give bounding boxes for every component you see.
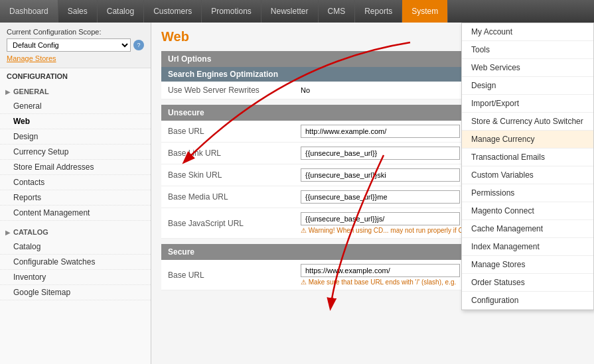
sidebar-item-store-email[interactable]: Store Email Addresses <box>0 160 151 175</box>
catalog-items: Catalog Configurable Swatches Inventory … <box>0 239 151 300</box>
sidebar-section-catalog[interactable]: ▶ CATALOG <box>0 225 151 239</box>
sidebar-item-web[interactable]: Web <box>0 114 151 129</box>
dropdown-item-index-management[interactable]: Index Management <box>462 238 593 256</box>
sidebar-item-design[interactable]: Design <box>0 129 151 145</box>
field-label: Base Link URL <box>161 143 294 164</box>
base-url-input[interactable] <box>301 125 460 138</box>
field-label: Base URL <box>161 121 294 143</box>
nav-item-newsletter[interactable]: Newsletter <box>261 0 319 23</box>
nav-item-catalog[interactable]: Catalog <box>98 0 144 23</box>
field-label: Base Skin URL <box>161 164 294 186</box>
dropdown-item-configuration[interactable]: Configuration <box>462 292 593 310</box>
sidebar-item-inventory[interactable]: Inventory <box>0 270 151 285</box>
dropdown-item-transactional-emails[interactable]: Transactional Emails <box>462 149 593 166</box>
catalog-section-title: CATALOG <box>13 228 48 236</box>
sidebar-item-config-swatches[interactable]: Configurable Swatches <box>0 255 151 270</box>
dropdown-item-magento-connect[interactable]: Magento Connect <box>462 202 593 220</box>
system-dropdown: My AccountToolsWeb ServicesDesignImport/… <box>461 23 594 310</box>
dropdown-item-manage-currency[interactable]: Manage Currency <box>462 131 593 149</box>
dropdown-item-cache-management[interactable]: Cache Management <box>462 220 593 238</box>
nav-item-system[interactable]: System <box>402 0 448 23</box>
scope-select[interactable]: Default Config <box>7 38 131 52</box>
dropdown-item-design[interactable]: Design <box>462 77 593 95</box>
nav-item-dashboard[interactable]: Dashboard <box>0 0 58 23</box>
general-section-title: GENERAL <box>13 88 49 95</box>
sidebar-item-reports[interactable]: Reports <box>0 190 151 206</box>
dropdown-item-my-account[interactable]: My Account <box>462 23 593 41</box>
sidebar-config-heading: Configuration <box>0 68 151 84</box>
general-items: General Web Design Currency Setup Store … <box>0 99 151 221</box>
warning-icon-secure: ⚠ <box>301 278 307 286</box>
scope-section: Current Configuration Scope: Default Con… <box>0 23 151 68</box>
nav-item-cms[interactable]: CMS <box>319 0 356 23</box>
base-skin-url-input[interactable] <box>301 168 460 182</box>
seo-field-value: No <box>301 86 310 94</box>
nav-item-customers[interactable]: Customers <box>144 0 202 23</box>
field-label: Base URL <box>161 260 294 290</box>
dropdown-item-manage-stores[interactable]: Manage Stores <box>462 256 593 274</box>
dropdown-item-store-&-currency-auto-switcher[interactable]: Store & Currency Auto Switcher <box>462 113 593 131</box>
dropdown-item-tools[interactable]: Tools <box>462 41 593 59</box>
dropdown-item-permissions[interactable]: Permissions <box>462 184 593 202</box>
field-label: Base Media URL <box>161 186 294 208</box>
sidebar-item-content-mgmt[interactable]: Content Management <box>0 206 151 221</box>
base-js-url-input[interactable] <box>301 212 460 225</box>
sidebar-item-currency-setup[interactable]: Currency Setup <box>0 145 151 160</box>
sidebar-item-contacts[interactable]: Contacts <box>0 175 151 190</box>
manage-stores-link[interactable]: Manage Stores <box>7 54 144 62</box>
nav-item-reports[interactable]: Reports <box>355 0 402 23</box>
scope-label: Current Configuration Scope: <box>7 28 144 36</box>
nav-item-promotions[interactable]: Promotions <box>202 0 261 23</box>
sidebar-item-google-sitemap[interactable]: Google Sitemap <box>0 285 151 300</box>
warning-icon: ⚠ <box>301 227 307 234</box>
base-link-url-input[interactable] <box>301 147 460 160</box>
dropdown-item-import/export[interactable]: Import/Export <box>462 95 593 113</box>
dropdown-item-order-statuses[interactable]: Order Statuses <box>462 274 593 292</box>
top-nav: DashboardSalesCatalogCustomersPromotions… <box>0 0 594 23</box>
secure-base-url-input[interactable] <box>301 264 460 277</box>
seo-field-label: Use Web Server Rewrites <box>161 82 294 99</box>
dropdown-item-custom-variables[interactable]: Custom Variables <box>462 166 593 184</box>
sidebar: Current Configuration Scope: Default Con… <box>0 23 151 364</box>
general-arrow-icon: ▶ <box>5 88 11 95</box>
catalog-arrow-icon: ▶ <box>5 229 11 236</box>
nav-item-sales[interactable]: Sales <box>58 0 98 23</box>
sidebar-section-general[interactable]: ▶ GENERAL <box>0 84 151 99</box>
field-label: Base JavaScript URL <box>161 208 294 239</box>
sidebar-item-general[interactable]: General <box>0 99 151 114</box>
dropdown-item-web-services[interactable]: Web Services <box>462 59 593 77</box>
scope-info-icon[interactable]: ? <box>133 40 144 50</box>
sidebar-item-catalog[interactable]: Catalog <box>0 239 151 255</box>
base-media-url-input[interactable] <box>301 190 460 204</box>
